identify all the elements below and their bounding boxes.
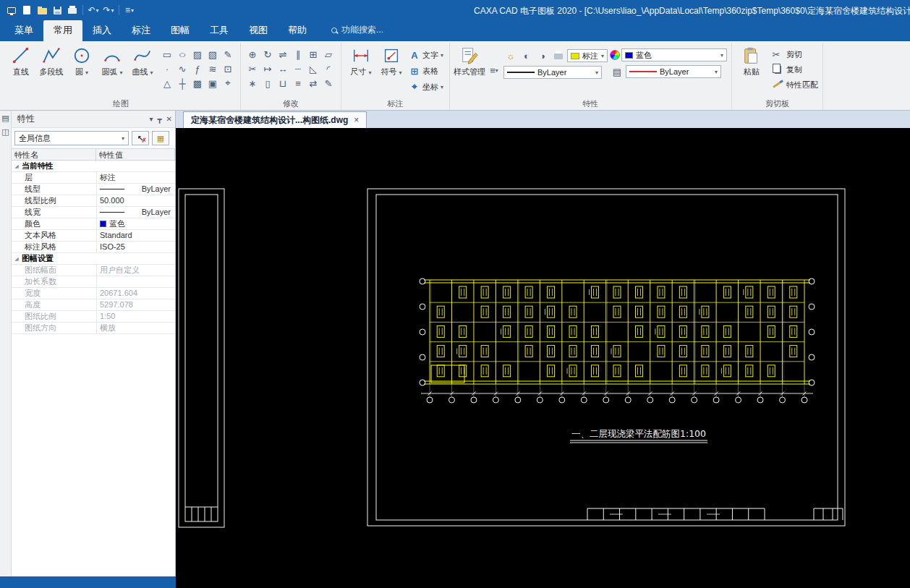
new-icon[interactable] <box>20 3 34 17</box>
image-icon[interactable]: ▣ <box>205 76 220 90</box>
property-row[interactable]: 加长系数 <box>12 276 175 288</box>
pick-object-button[interactable]: ↖✗ <box>132 131 149 145</box>
offset-icon[interactable]: ∥ <box>291 47 305 61</box>
close-icon[interactable]: ✕ <box>166 115 172 123</box>
menu-tab-菜单[interactable]: 菜单 <box>4 20 43 41</box>
save-icon[interactable] <box>50 3 64 17</box>
wipeout-icon[interactable]: ▩ <box>190 76 205 90</box>
property-row[interactable]: 线宽ByLayer <box>12 207 175 218</box>
copy-button[interactable]: 复制 <box>769 63 818 77</box>
panel-menu-icon[interactable]: ▾ <box>150 115 153 123</box>
layer-print-icon[interactable] <box>551 48 566 63</box>
menu-tab-视图[interactable]: 视图 <box>239 20 278 41</box>
section-row[interactable]: ◢图幅设置 <box>12 253 175 265</box>
object-selector[interactable]: 全局信息 ▾ <box>14 131 129 145</box>
app-icon[interactable] <box>4 3 19 17</box>
linetype-combo[interactable]: ByLayer ▾ <box>503 66 602 79</box>
arc-button[interactable]: 圆弧 ▾ <box>97 44 127 77</box>
axis-icon[interactable]: ⌖ <box>221 76 235 90</box>
fill-icon[interactable]: ▧ <box>205 47 220 61</box>
property-row[interactable]: 图纸比例1:50 <box>12 311 175 323</box>
color-wheel-icon[interactable] <box>610 50 620 60</box>
property-row[interactable]: 线型比例50.000 <box>12 195 175 207</box>
customize-toolbar-icon[interactable]: ≡▾ <box>122 3 137 17</box>
menu-tab-帮助[interactable]: 帮助 <box>278 20 317 41</box>
property-row[interactable]: 标注风格ISO-25 <box>12 242 175 253</box>
rotate-icon[interactable]: ↻ <box>260 47 275 61</box>
erase-icon[interactable]: ▯ <box>260 76 275 90</box>
block-icon[interactable]: ⊡ <box>221 61 235 76</box>
chamfer-icon[interactable]: ◺ <box>306 61 320 76</box>
cad-canvas[interactable]: 一、二层现浇梁平法配筋图1:100 <box>176 128 910 588</box>
lineweight-combo[interactable]: ByLayer ▾ <box>626 65 721 78</box>
function-search[interactable]: 功能搜索... <box>331 24 383 36</box>
trim-icon[interactable]: ✂ <box>245 61 260 76</box>
circle-button[interactable]: 圆 ▾ <box>67 44 97 77</box>
layer-freeze-icon[interactable]: ◐ <box>519 48 534 63</box>
layer-on-icon[interactable]: ☼ <box>503 48 518 63</box>
style-manager-button[interactable]: 样式管理 <box>454 44 485 77</box>
ellipse-icon[interactable]: ○ <box>173 47 192 61</box>
symbol-button[interactable]: 符号 ▾ <box>376 44 407 77</box>
break-icon[interactable]: ┄ <box>291 61 305 76</box>
property-row[interactable]: 图纸幅面用户自定义 <box>12 265 175 276</box>
color-combo[interactable]: 蓝色 ▾ <box>621 48 727 61</box>
property-row[interactable]: 层标注 <box>12 172 175 184</box>
drawing-canvas-area[interactable]: 一、二层现浇梁平法配筋图1:100 <box>176 128 910 588</box>
layer-list-icon[interactable]: ≡▾ <box>487 63 501 77</box>
panel-tab-library-icon[interactable]: ◫ <box>1 127 9 137</box>
quick-select-button[interactable]: ▦ <box>152 131 169 145</box>
edit-polyline-icon[interactable]: ✎ <box>321 76 336 90</box>
formula-curve-icon[interactable]: ƒ <box>190 61 205 76</box>
表格-button[interactable]: ⊞表格 <box>409 64 445 78</box>
pin-icon[interactable]: ┳ <box>158 115 162 123</box>
array-icon[interactable]: ⊞ <box>306 47 320 61</box>
文字-button[interactable]: A文字▾ <box>409 48 445 62</box>
坐标-button[interactable]: ⌖坐标▾ <box>409 80 445 94</box>
document-tab[interactable]: 定海某宿舍楼建筑结构设计...构图纸.dwg × <box>183 111 367 128</box>
property-row[interactable]: 高度5297.078 <box>12 299 175 311</box>
hatch-icon[interactable]: ▨ <box>190 47 205 61</box>
reverse-icon[interactable]: ⇄ <box>306 76 320 90</box>
tab-close-icon[interactable]: × <box>354 115 359 125</box>
property-row[interactable]: 宽度20671.604 <box>12 288 175 299</box>
offset-curve-icon[interactable]: ≋ <box>205 61 220 76</box>
move-icon[interactable]: ⊕ <box>245 47 260 61</box>
spline-icon[interactable]: ∿ <box>175 61 190 76</box>
match-properties-button[interactable]: 特性匹配 <box>769 78 818 92</box>
cut-button[interactable]: ✂剪切 <box>769 48 818 61</box>
polygon-icon[interactable]: △ <box>160 76 174 90</box>
panel-tab-properties-icon[interactable]: ▤ <box>1 114 9 123</box>
menu-tab-插入[interactable]: 插入 <box>82 20 122 41</box>
layer-lock-icon[interactable]: ◑ <box>535 48 550 63</box>
join-icon[interactable]: ⊔ <box>276 76 290 90</box>
menu-tab-常用[interactable]: 常用 <box>43 20 82 41</box>
stretch-icon[interactable]: ↔ <box>276 61 290 76</box>
point-icon[interactable]: ∙ <box>160 61 174 76</box>
explode-icon[interactable]: ∗ <box>245 76 260 90</box>
section-row[interactable]: ◢当前特性 <box>12 161 175 172</box>
align-icon[interactable]: ≡ <box>291 76 305 90</box>
menu-tab-标注[interactable]: 标注 <box>122 20 161 41</box>
polyline-button[interactable]: 多段线 <box>36 44 67 77</box>
property-row[interactable]: 图纸方向横放 <box>12 323 175 334</box>
fillet-icon[interactable]: ◜ <box>321 61 336 76</box>
property-row[interactable]: 文本风格Standard <box>12 230 175 242</box>
property-row[interactable]: 颜色蓝色 <box>12 218 175 230</box>
mirror-icon[interactable]: ⇌ <box>276 47 290 61</box>
centerline-icon[interactable]: ┼ <box>175 76 190 90</box>
redo-icon[interactable]: ↷▾ <box>101 3 116 17</box>
dimension-button[interactable]: 尺寸 ▾ <box>346 44 376 77</box>
undo-icon[interactable]: ↶▾ <box>86 3 101 17</box>
extend-icon[interactable]: ↦ <box>260 61 275 76</box>
menu-tab-图幅[interactable]: 图幅 <box>161 20 200 41</box>
lineweight-icon[interactable]: ▤ <box>610 64 624 79</box>
menu-tab-工具[interactable]: 工具 <box>200 20 239 41</box>
curve-button[interactable]: 曲线 ▾ <box>127 44 158 77</box>
line-button[interactable]: 直线 <box>6 44 36 77</box>
collapse-icon[interactable]: ◢ <box>12 253 22 265</box>
print-icon[interactable] <box>65 3 80 17</box>
collapse-icon[interactable]: ◢ <box>12 161 22 172</box>
sketch-icon[interactable]: ✎ <box>221 47 235 61</box>
property-row[interactable]: 线型ByLayer <box>12 184 175 195</box>
